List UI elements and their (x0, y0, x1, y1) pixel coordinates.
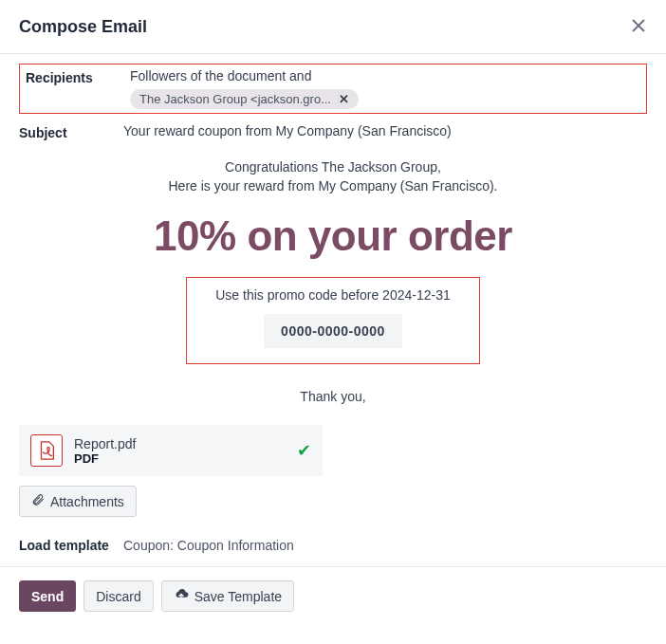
reward-line: Here is your reward from My Company (San… (19, 178, 647, 193)
recipients-label: Recipients (26, 68, 130, 85)
promo-expiry-text: Use this promo code before 2024-12-31 (215, 287, 450, 303)
send-button[interactable]: Send (19, 580, 76, 612)
close-button[interactable] (630, 15, 647, 38)
save-template-button[interactable]: Save Template (161, 580, 294, 612)
discard-button[interactable]: Discard (83, 580, 153, 612)
attachment-name: Report.pdf (74, 436, 289, 451)
promo-box: Use this promo code before 2024-12-31 00… (186, 277, 479, 364)
save-template-button-label: Save Template (194, 589, 282, 604)
load-template-label: Load template (19, 538, 123, 553)
discount-headline: 10% on your order (19, 212, 647, 260)
email-body[interactable]: Congratulations The Jackson Group, Here … (19, 150, 647, 425)
subject-value[interactable]: Your reward coupon from My Company (San … (123, 123, 647, 138)
check-icon: ✔ (297, 440, 311, 461)
header-divider (0, 53, 666, 54)
pdf-icon (30, 434, 63, 467)
cloud-upload-icon (174, 588, 189, 604)
recipients-text: Followers of the document and (130, 68, 640, 83)
recipient-chip-label: The Jackson Group <jackson.gro... (139, 92, 331, 106)
load-template-value[interactable]: Coupon: Coupon Information (123, 538, 294, 553)
recipient-chip[interactable]: The Jackson Group <jackson.gro... ✕ (130, 89, 359, 109)
modal-title: Compose Email (19, 17, 147, 37)
congrats-line: Congratulations The Jackson Group, (19, 159, 647, 175)
promo-code: 0000-0000-0000 (264, 314, 402, 348)
attachments-button-label: Attachments (50, 494, 124, 509)
send-button-label: Send (31, 589, 64, 604)
recipients-value[interactable]: Followers of the document and The Jackso… (130, 68, 640, 109)
attachment-type: PDF (74, 451, 289, 466)
paperclip-icon (31, 493, 45, 509)
subject-label: Subject (19, 123, 123, 140)
thankyou-line: Thank you, (19, 389, 647, 404)
attachment-card[interactable]: Report.pdf PDF ✔ (19, 425, 323, 476)
discard-button-label: Discard (96, 589, 140, 604)
remove-recipient-icon[interactable]: ✕ (339, 92, 349, 106)
attachments-button[interactable]: Attachments (19, 486, 137, 517)
close-icon (630, 13, 647, 39)
